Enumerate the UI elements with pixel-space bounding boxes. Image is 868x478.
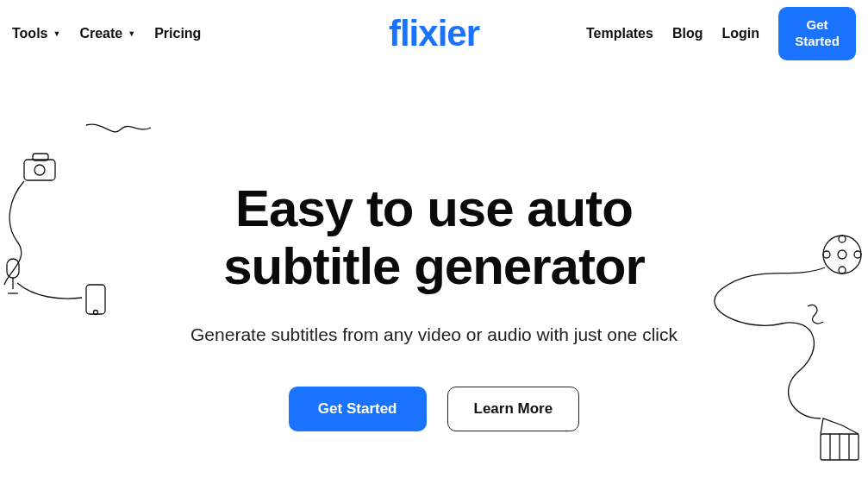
nav-blog-label: Blog — [672, 26, 703, 41]
chevron-down-icon: ▼ — [128, 29, 135, 38]
cta-row: Get Started Learn More — [0, 387, 868, 431]
nav-templates-label: Templates — [586, 26, 653, 41]
hero-get-started-button[interactable]: Get Started — [289, 387, 427, 431]
hero-learn-more-button[interactable]: Learn More — [447, 387, 580, 431]
nav-pricing[interactable]: Pricing — [154, 26, 201, 41]
get-started-label: Get Started — [795, 17, 840, 48]
nav-login-label: Login — [721, 26, 759, 41]
nav-create-label: Create — [79, 26, 122, 41]
nav-left: Tools ▼ Create ▼ Pricing — [12, 26, 201, 41]
nav-tools-label: Tools — [12, 26, 47, 41]
hero-title-line2: subtitle generator — [223, 237, 645, 295]
chevron-down-icon: ▼ — [53, 29, 60, 38]
logo[interactable]: flixier — [389, 13, 479, 54]
nav-create[interactable]: Create ▼ — [79, 26, 135, 41]
hero-title: Easy to use auto subtitle generator — [0, 179, 868, 295]
hero-title-line1: Easy to use auto — [235, 179, 633, 237]
get-started-button[interactable]: Get Started — [778, 7, 856, 60]
logo-text: flixier — [389, 13, 479, 53]
header: Tools ▼ Create ▼ Pricing flixier Templat… — [0, 0, 868, 67]
nav-tools[interactable]: Tools ▼ — [12, 26, 60, 41]
hero-get-started-label: Get Started — [318, 400, 397, 417]
hero-subtitle: Generate subtitles from any video or aud… — [0, 324, 868, 345]
nav-pricing-label: Pricing — [154, 26, 201, 41]
nav-right: Templates Blog Login Get Started — [586, 7, 856, 60]
nav-login[interactable]: Login — [721, 26, 759, 41]
hero-learn-more-label: Learn More — [474, 400, 553, 417]
nav-templates[interactable]: Templates — [586, 26, 653, 41]
nav-blog[interactable]: Blog — [672, 26, 703, 41]
hero: Easy to use auto subtitle generator Gene… — [0, 67, 868, 431]
